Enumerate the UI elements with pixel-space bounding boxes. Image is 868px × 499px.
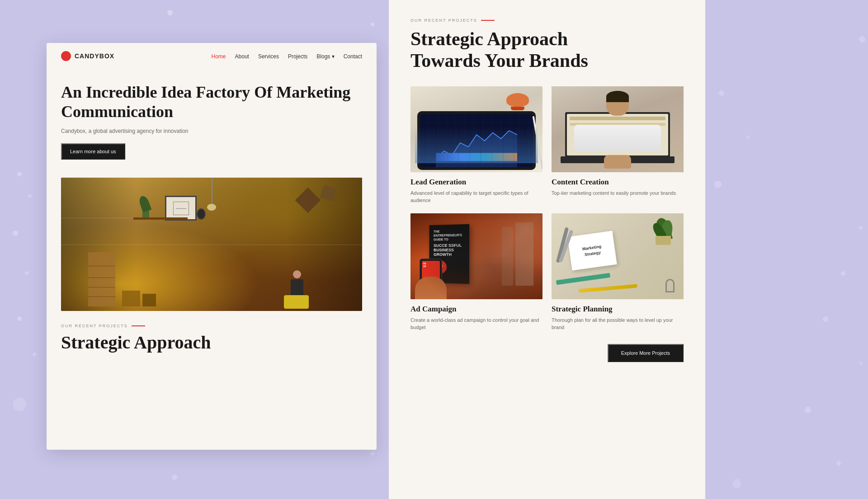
left-website-panel: CANDYBOX Home About Services Projects Bl… xyxy=(47,43,377,450)
lamp-cord xyxy=(212,178,212,205)
project-img-content xyxy=(552,86,684,172)
right-panel: OUR RECENT PROJECTS Strategic Approach T… xyxy=(389,0,705,499)
book-cover: THE ENTREPRENEUR'S GUIDE TO SUCCE SSFUL … xyxy=(429,224,470,284)
plant-container xyxy=(652,218,675,245)
strategic-partial-title: Strategic Approach xyxy=(47,328,377,353)
nav-item-projects[interactable]: Projects xyxy=(288,52,307,60)
chart-svg xyxy=(420,127,533,167)
nav-link-projects[interactable]: Projects xyxy=(288,53,307,60)
bg-book-1 xyxy=(515,222,533,286)
strategic-partial-text: Strategic Approach xyxy=(61,332,211,353)
nav-item-services[interactable]: Services xyxy=(258,52,279,60)
hero-subtitle: Candybox, a global advertising agency fo… xyxy=(61,128,362,134)
laptop-img xyxy=(552,86,684,172)
project-card-lead-gen: Lead Generation Advanced level of capabi… xyxy=(410,86,542,204)
project-desc-ad: Create a world-class ad campaign to cont… xyxy=(410,316,542,331)
svg-marker-0 xyxy=(436,131,517,167)
right-recent-label-text: OUR RECENT PROJECTS xyxy=(410,18,477,23)
logo-text: CANDYBOX xyxy=(75,52,114,60)
right-panel-title: Strategic Approach Towards Your Brands xyxy=(410,28,684,72)
hero-image xyxy=(61,178,362,311)
project-card-content: Content Creation Top-tier marketing cont… xyxy=(552,86,684,204)
nav-link-services[interactable]: Services xyxy=(258,53,279,60)
navbar: CANDYBOX Home About Services Projects Bl… xyxy=(47,43,377,69)
phone-screen: 8020 xyxy=(422,261,440,292)
recent-label-text: OUR RECENT PROJECTS xyxy=(61,324,362,328)
bg-book-2 xyxy=(502,227,513,286)
project-title-content: Content Creation xyxy=(552,178,684,187)
hero-section: An Incredible Idea Factory Of Marketing … xyxy=(47,69,377,169)
project-desc-strategy: Thorough plan for all the possible ways … xyxy=(552,316,684,331)
recent-label-content: OUR RECENT PROJECTS xyxy=(61,324,128,328)
svg-rect-1 xyxy=(436,153,517,161)
logo: CANDYBOX xyxy=(61,51,114,61)
right-recent-label: OUR RECENT PROJECTS xyxy=(410,18,684,23)
nav-item-about[interactable]: About xyxy=(235,52,249,60)
explore-more-button[interactable]: Explore More Projects xyxy=(608,344,684,362)
book-img: THE ENTREPRENEUR'S GUIDE TO SUCCE SSFUL … xyxy=(410,213,542,299)
hero-title: An Incredible Idea Factory Of Marketing … xyxy=(61,83,362,122)
screen-line-1 xyxy=(570,117,665,120)
shirt xyxy=(574,125,661,152)
project-img-lead-gen xyxy=(410,86,542,172)
book-subtitle-text: SUCCE SSFUL BUSINESS GROWTH xyxy=(434,243,465,257)
nav-link-home[interactable]: Home xyxy=(212,53,226,60)
box-1 xyxy=(122,291,140,306)
book-text: THE ENTREPRENEUR'S GUIDE TO SUCCE SSFUL … xyxy=(429,224,470,279)
box-2 xyxy=(142,294,156,306)
recent-label-line xyxy=(132,325,145,326)
right-title-line1: Strategic Approach xyxy=(410,28,568,49)
hero-cta-button[interactable]: Learn more about us xyxy=(61,143,125,160)
book-icon-text: BRAND xyxy=(437,264,443,270)
logo-icon xyxy=(61,51,71,61)
project-title-ad: Ad Campaign xyxy=(410,305,542,314)
head xyxy=(606,91,629,116)
hair xyxy=(606,91,629,102)
projects-grid: Lead Generation Advanced level of capabi… xyxy=(410,86,684,331)
nav-item-contact[interactable]: Contact xyxy=(344,52,362,60)
recent-label-section: OUR RECENT PROJECTS xyxy=(47,311,377,328)
project-desc-content: Top-tier marketing content to easily pro… xyxy=(552,189,684,197)
plant-pot xyxy=(652,218,675,245)
strategy-paper-text: MarketingStrategy xyxy=(582,244,603,258)
phone-text: 8020 xyxy=(422,261,440,269)
project-img-ad: THE ENTREPRENEUR'S GUIDE TO SUCCE SSFUL … xyxy=(410,213,542,299)
right-recent-line xyxy=(481,20,495,21)
project-title-strategy: Strategic Planning xyxy=(552,305,684,314)
tablet xyxy=(417,111,536,170)
hands xyxy=(552,151,684,169)
project-img-strategy: MarketingStrategy xyxy=(552,213,684,299)
tablet-screen xyxy=(420,114,533,167)
nav-item-home[interactable]: Home xyxy=(212,52,226,60)
strategy-img: MarketingStrategy xyxy=(552,213,684,299)
wall-line-1 xyxy=(61,245,362,245)
plant-pot-body xyxy=(656,236,671,245)
paperclip xyxy=(665,279,675,292)
stylus xyxy=(533,116,542,169)
nav-links: Home About Services Projects Blogs ▾ Con… xyxy=(212,52,362,60)
phone-shadow xyxy=(410,263,542,299)
hand-shape xyxy=(604,155,631,169)
nav-link-contact[interactable]: Contact xyxy=(344,53,362,60)
person-head xyxy=(293,270,301,278)
project-title-lead-gen: Lead Generation xyxy=(410,178,542,187)
shelf xyxy=(133,217,188,220)
book-title-text: THE ENTREPRENEUR'S GUIDE TO xyxy=(434,229,465,242)
strategy-paper: MarketingStrategy xyxy=(567,231,617,270)
hand-holding xyxy=(415,277,447,299)
book-icon: BRAND xyxy=(434,260,447,274)
chart-img xyxy=(410,86,542,172)
right-title-line2: Towards Your Brands xyxy=(410,50,588,71)
phone: 8020 xyxy=(420,259,442,295)
project-card-ad: THE ENTREPRENEUR'S GUIDE TO SUCCE SSFUL … xyxy=(410,213,542,331)
nav-link-about[interactable]: About xyxy=(235,53,249,60)
candy-bowl xyxy=(506,93,529,111)
yellow-chair xyxy=(284,295,309,309)
nav-item-blogs[interactable]: Blogs ▾ xyxy=(316,52,334,60)
project-desc-lead-gen: Advanced level of capability to target s… xyxy=(410,189,542,204)
wall-art xyxy=(165,196,197,221)
project-card-strategy: MarketingStrategy Strategic Planning Tho… xyxy=(552,213,684,331)
book-bg xyxy=(410,213,542,299)
shelf-unit xyxy=(88,252,115,306)
nav-link-blogs[interactable]: Blogs ▾ xyxy=(316,53,334,60)
